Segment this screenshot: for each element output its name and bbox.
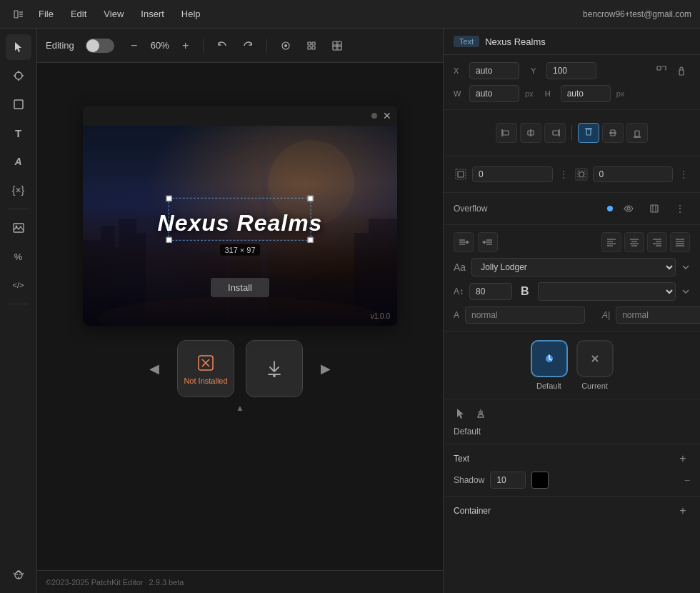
font-tool-button[interactable]: A — [6, 149, 31, 174]
padding-input-1[interactable]: 0 — [472, 166, 553, 182]
next-button[interactable]: ▶ — [314, 357, 337, 380]
h-label: H — [545, 89, 555, 98]
svg-rect-9 — [14, 100, 23, 109]
not-installed-label: Not Installed — [184, 377, 227, 385]
install-icon-card[interactable] — [246, 340, 303, 397]
align-center-v-button[interactable] — [602, 123, 624, 143]
align-right-button[interactable] — [544, 123, 566, 143]
text-tool-button[interactable]: T — [6, 120, 31, 146]
shadow-remove-button[interactable]: − — [684, 474, 690, 486]
toolbar-separator-1 — [9, 209, 29, 209]
padding-section: 0 ⋮ 0 ⋮ — [444, 156, 700, 193]
select-tool-button[interactable] — [6, 34, 31, 60]
position-type-button[interactable] — [653, 62, 670, 79]
code-tool-button[interactable]: </> — [6, 272, 31, 298]
svg-rect-0 — [14, 11, 18, 18]
interaction-section: Default — [444, 399, 700, 444]
x-label: X — [454, 66, 464, 75]
overflow-clip-button[interactable] — [644, 199, 664, 219]
w-unit: px — [525, 89, 534, 98]
dot-center-button[interactable] — [276, 36, 296, 56]
text-effects-label: Text — [454, 454, 469, 464]
svg-rect-59 — [456, 169, 466, 179]
shadow-value-input[interactable] — [490, 472, 526, 489]
game-title-overlay[interactable]: 317 × 97 Nexus Realms — [158, 210, 323, 236]
variable-tool-button[interactable]: {×} — [6, 177, 31, 203]
svg-rect-22 — [308, 46, 311, 49]
prev-button[interactable]: ◀ — [143, 357, 166, 380]
padding-more-button-1[interactable]: ⋮ — [557, 168, 570, 181]
card-minimize-button[interactable] — [371, 113, 377, 119]
h-unit: px — [616, 89, 625, 98]
text-align-center-button[interactable] — [624, 232, 644, 252]
svg-rect-54 — [586, 129, 591, 135]
text-dir-ltr-button[interactable] — [454, 232, 474, 252]
left-toolbar: T A {×} % </> — [0, 29, 37, 593]
current-state-button[interactable]: Current — [576, 340, 614, 390]
font-size-input[interactable] — [469, 283, 512, 300]
text-effects-add-button[interactable]: + — [676, 452, 690, 466]
card-close-button[interactable]: ✕ — [383, 110, 391, 121]
text-align-justify-button[interactable] — [670, 232, 690, 252]
padding-more-button-2[interactable]: ⋮ — [677, 168, 690, 181]
menu-help[interactable]: Help — [174, 6, 208, 22]
text-align-right-button[interactable] — [647, 232, 667, 252]
svg-point-11 — [15, 226, 17, 228]
align-bottom-button[interactable] — [626, 123, 648, 143]
h-input[interactable] — [561, 85, 611, 102]
cursor-tool-button[interactable] — [6, 63, 31, 89]
image-tool-button[interactable] — [6, 215, 31, 241]
toolbar-separator-2 — [266, 39, 267, 53]
font-family-select[interactable]: Jolly Lodger — [471, 258, 676, 276]
overflow-eye-button[interactable] — [619, 199, 639, 219]
menu-edit[interactable]: Edit — [64, 6, 94, 22]
game-preview-card[interactable]: ✕ — [83, 106, 397, 326]
menu-file[interactable]: File — [31, 6, 61, 22]
position-section: X Y — [444, 55, 700, 110]
align-center-h-button[interactable] — [520, 123, 541, 143]
default-state-button[interactable]: Default — [531, 340, 568, 390]
redo-button[interactable] — [238, 36, 258, 56]
sidebar-toggle-button[interactable] — [9, 4, 29, 24]
align-top-button[interactable] — [578, 123, 599, 143]
editing-toggle[interactable] — [86, 39, 114, 53]
svg-rect-60 — [458, 171, 464, 177]
x-input[interactable] — [469, 62, 519, 79]
install-button[interactable]: Install — [211, 278, 269, 297]
text-align-left-button[interactable] — [601, 232, 621, 252]
w-input[interactable] — [469, 85, 519, 102]
chevron-up-button[interactable]: ▲ — [236, 403, 244, 413]
container-add-button[interactable]: + — [676, 504, 690, 518]
align-left-button[interactable] — [496, 123, 517, 143]
y-input[interactable] — [546, 62, 596, 79]
panel-header-title: Nexus Realms — [485, 36, 546, 47]
zoom-in-button[interactable]: + — [177, 37, 194, 54]
debug-tool-button[interactable] — [6, 562, 31, 587]
frame-tool-button[interactable] — [6, 91, 31, 117]
shadow-color-picker[interactable] — [531, 472, 549, 489]
font-family-icon: Aa — [454, 261, 466, 273]
menu-insert[interactable]: Insert — [134, 6, 171, 22]
position-icons — [653, 62, 690, 79]
text-dir-rtl-button[interactable] — [478, 232, 498, 252]
percent-tool-button[interactable]: % — [6, 244, 31, 269]
toolbar-separator-2 — [9, 304, 29, 304]
grid-button[interactable] — [327, 36, 347, 56]
menu-bar: File Edit View Insert Help bencrow96+tes… — [0, 0, 700, 29]
padding-input-2[interactable]: 0 — [593, 166, 674, 182]
font-style-input[interactable] — [465, 307, 585, 324]
container-label: Container — [454, 506, 491, 516]
position-xy-row: X Y — [454, 62, 690, 79]
menu-view[interactable]: View — [96, 6, 131, 22]
align-button[interactable] — [301, 36, 321, 56]
font-weight-select[interactable] — [538, 282, 676, 301]
undo-button[interactable] — [212, 36, 232, 56]
zoom-out-button[interactable]: − — [126, 37, 143, 54]
not-installed-card[interactable]: Not Installed — [177, 340, 234, 397]
copyright-label: ©2023-2025 PatchKit Editor — [46, 578, 144, 587]
line-height-input[interactable] — [616, 307, 700, 324]
lock-aspect-button[interactable] — [673, 62, 690, 79]
overflow-more-button[interactable]: ⋮ — [670, 199, 690, 219]
align-separator — [571, 126, 572, 140]
canvas-content[interactable]: ✕ — [37, 63, 443, 570]
